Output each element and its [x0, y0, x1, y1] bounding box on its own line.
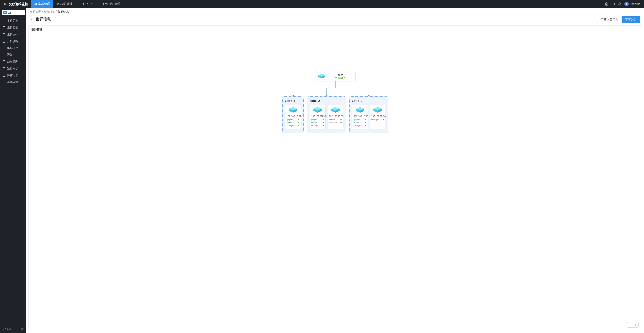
topology-root-node[interactable]: testhealthy — [315, 71, 356, 81]
menu-item-icon — [3, 19, 6, 22]
zone-2[interactable]: zone_3192.168.15.99graphdmetadstoraged19… — [349, 96, 388, 133]
cluster-name: test — [8, 11, 12, 14]
host-icon — [372, 106, 384, 113]
service-row: metad — [311, 121, 324, 124]
sidebar-item-5[interactable]: 通知⌄ — [0, 51, 26, 58]
nav-tab-icon — [101, 3, 104, 6]
service-name: graphd — [287, 119, 293, 121]
service-name: graphd — [311, 119, 318, 121]
menu-item-label: 数据同步 — [7, 67, 18, 70]
status-dot-icon — [298, 125, 299, 126]
nav-tab-3[interactable]: 许可证管理 — [98, 0, 123, 8]
page-title: 集群信息 — [36, 17, 51, 22]
svg-rect-18 — [3, 47, 5, 49]
view-tab-1[interactable]: 集群拓扑 — [622, 16, 640, 23]
avatar[interactable] — [624, 2, 629, 6]
service-row: graphd — [287, 118, 299, 121]
nav-tab-1[interactable]: 权限管理 — [53, 0, 76, 8]
brand: 悦数运维监控 — [0, 2, 31, 6]
collapse-icon[interactable] — [21, 328, 24, 331]
top-navbar: 悦数运维监控 集群管理权限管理任务中心许可证管理 nebula — [0, 0, 644, 8]
service-name: graphd — [329, 119, 335, 121]
status-dot-icon — [323, 125, 324, 126]
menu-item-icon — [3, 81, 6, 84]
menu-item-icon — [3, 60, 6, 63]
breadcrumb-item-1[interactable]: 集群总览 — [44, 10, 55, 14]
menu-item-label: 集群总览 — [7, 19, 18, 23]
host-node[interactable]: 192.168.15.97graphdmetadstoraged — [285, 105, 301, 129]
zoom-out-button[interactable]: − — [627, 322, 633, 327]
menu-item-icon — [3, 74, 6, 77]
sidebar-item-8[interactable]: 操作记录 — [0, 72, 26, 79]
view-tabs: 集群信息概览集群拓扑 — [597, 16, 640, 23]
service-row: graphd — [311, 118, 324, 121]
sidebar-item-4[interactable]: 集群信息⌄ — [0, 45, 26, 51]
zone-1[interactable]: zone_2192.168.15.98graphdmetadstoraged19… — [307, 96, 346, 133]
svg-rect-22 — [3, 74, 5, 76]
chevron-down-icon: ⌄ — [22, 40, 24, 42]
status-dot-icon — [340, 119, 342, 120]
host-node[interactable]: 192.168.15.98graphdmetadstoraged — [310, 105, 326, 129]
service-row: storaged — [354, 124, 366, 127]
nav-right: nebula — [605, 2, 644, 6]
host-ip: 192.168.15.90 — [371, 115, 384, 117]
host-ip: 192.168.15.89 — [329, 115, 342, 117]
sidebar-item-6[interactable]: 成员管理 — [0, 58, 26, 65]
status-dot-icon — [365, 125, 366, 126]
sidebar-item-1[interactable]: 集群监控 — [0, 24, 26, 31]
breadcrumb: 集群管理/集群总览/集群信息 — [26, 8, 644, 15]
svg-rect-13 — [4, 13, 6, 13]
nav-tab-0[interactable]: 集群管理 — [31, 0, 53, 8]
host-node[interactable]: 192.168.15.89graphdstoraged — [328, 105, 343, 129]
zone-0[interactable]: zone_1192.168.15.97graphdmetadstoraged — [282, 96, 304, 133]
service-name: storaged — [329, 122, 337, 124]
bell-icon[interactable] — [618, 2, 622, 6]
sidebar-item-7[interactable]: 数据同步 — [0, 65, 26, 72]
topology-canvas[interactable]: 集群拓扑 testhealthyzone_1192.168.15.97graph… — [28, 25, 642, 331]
menu-item-label: 集群信息 — [7, 46, 18, 50]
svg-rect-14 — [3, 20, 5, 22]
sidebar-item-2[interactable]: 集群操作⌄ — [0, 31, 26, 38]
page-header: 集群信息 集群信息概览集群拓扑 — [26, 15, 644, 25]
host-icon — [354, 106, 366, 113]
nav-tab-icon — [56, 3, 59, 6]
cluster-selector[interactable]: test — [2, 10, 25, 15]
svg-rect-17 — [3, 40, 5, 42]
menu-item-icon — [3, 33, 6, 36]
menu-item-icon — [3, 67, 6, 70]
service-row: storaged — [287, 124, 299, 127]
menu-item-icon — [3, 26, 6, 29]
host-ip: 192.168.15.97 — [287, 115, 299, 117]
breadcrumb-item-0[interactable]: 集群管理 — [30, 10, 41, 14]
sidebar-menu: 集群总览集群监控集群操作⌄分析诊断⌄集群信息⌄通知⌄成员管理数据同步操作记录其他… — [0, 17, 26, 326]
svg-rect-23 — [3, 81, 5, 83]
back-arrow-icon[interactable] — [30, 18, 34, 21]
expand-icon[interactable] — [611, 2, 615, 6]
root-status: healthy — [328, 76, 353, 79]
zoom-in-button[interactable]: + — [633, 322, 638, 327]
nav-tab-2[interactable]: 任务中心 — [76, 0, 98, 8]
menu-item-label: 集群监控 — [7, 26, 18, 29]
service-row: graphd — [354, 118, 366, 121]
service-row: storaged — [371, 118, 384, 121]
breadcrumb-item-2: 集群信息 — [58, 10, 69, 14]
zone-title: zone_2 — [310, 99, 343, 103]
svg-rect-12 — [4, 12, 6, 13]
service-name: storaged — [354, 124, 362, 127]
host-node[interactable]: 192.168.15.99graphdmetadstoraged — [352, 105, 368, 129]
sidebar-item-0[interactable]: 集群总览 — [0, 17, 26, 24]
host-node[interactable]: 192.168.15.90storaged — [370, 105, 385, 129]
svg-rect-15 — [3, 26, 5, 29]
view-tab-0[interactable]: 集群信息概览 — [597, 16, 622, 23]
sidebar-item-3[interactable]: 分析诊断⌄ — [0, 38, 26, 45]
version-text: v 3.6.0 — [3, 328, 11, 331]
status-dot-icon — [383, 119, 384, 120]
settings-icon[interactable] — [605, 2, 609, 6]
menu-item-label: 成员管理 — [7, 60, 18, 64]
sidebar-item-9[interactable]: 其他设置 — [0, 79, 26, 85]
main: 集群管理/集群总览/集群信息 集群信息 集群信息概览集群拓扑 集群拓扑 test… — [26, 8, 644, 333]
chevron-down-icon: ⌄ — [22, 54, 24, 56]
svg-rect-3 — [36, 3, 37, 4]
host-icon — [312, 106, 324, 113]
host-icon — [287, 106, 299, 113]
